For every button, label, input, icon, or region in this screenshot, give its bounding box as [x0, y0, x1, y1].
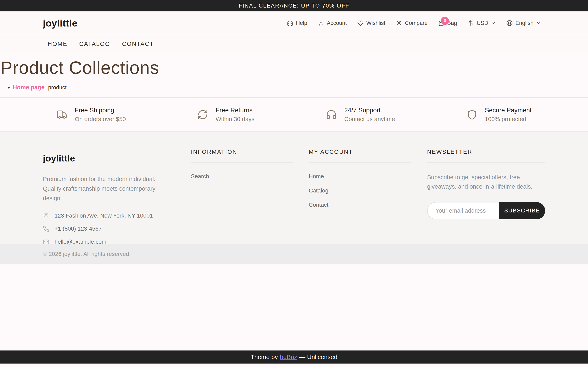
chevron-down-icon	[491, 21, 496, 25]
nav-item-contact[interactable]: CONTACT	[122, 41, 154, 47]
help-label: Help	[296, 20, 307, 26]
footer-newsletter-column: NEWSLETTER Subscribe to get special offe…	[427, 149, 545, 245]
newsletter-form: SUBSCRIBE	[427, 202, 545, 219]
feature-title: Secure Payment	[485, 107, 532, 114]
announcement-text: FINAL CLEARANCE: UP TO 70% OFF	[239, 3, 349, 9]
headphones-icon	[326, 109, 337, 120]
column-divider	[427, 162, 545, 162]
bag-icon: 0	[438, 20, 444, 26]
breadcrumb: Home page product	[0, 84, 588, 91]
feature-subtitle: Within 30 days	[216, 116, 254, 123]
header-utility-menu: Help Account Wishlist Compare 0 Bag USD	[287, 20, 541, 26]
phone-icon	[43, 226, 49, 232]
user-icon	[318, 20, 324, 26]
newsletter-email-input[interactable]	[427, 202, 499, 219]
copyright-text: © 2026 joylittle. All rights reserved.	[43, 251, 131, 257]
column-divider	[191, 162, 293, 162]
footer-brand-column: joylittle Premium fashion for the modern…	[43, 149, 191, 245]
main-nav: HOME CATALOG CONTACT	[0, 35, 588, 53]
mail-icon	[43, 239, 49, 245]
feature-free-shipping: Free Shipping On orders over $50	[56, 107, 126, 123]
feature-title: 24/7 Support	[344, 107, 395, 114]
wishlist-label: Wishlist	[366, 20, 385, 26]
footer-description: Premium fashion for the modern individua…	[43, 174, 169, 203]
feature-secure-payment: Secure Payment 100% protected	[467, 107, 532, 123]
phone-text: +1 (800) 123-4567	[54, 225, 102, 232]
breadcrumb-current: product	[48, 84, 67, 91]
refresh-icon	[197, 109, 208, 120]
map-pin-icon	[43, 213, 49, 219]
feature-support: 24/7 Support Contact us anytime	[326, 107, 395, 123]
language-selector[interactable]: English	[506, 20, 541, 26]
account-label: Account	[327, 20, 347, 26]
help-link[interactable]: Help	[287, 20, 307, 26]
footer-address: 123 Fashion Ave, New York, NY 10001	[43, 212, 191, 219]
bag-link[interactable]: 0 Bag	[438, 20, 457, 26]
feature-subtitle: 100% protected	[485, 116, 532, 123]
bag-count-badge: 0	[441, 17, 449, 25]
currency-label: USD	[476, 20, 488, 26]
list-item: Catalog	[309, 187, 427, 194]
theme-credit-bar: Theme by beBriz — Unlicensed	[0, 350, 588, 364]
footer-phone[interactable]: +1 (800) 123-4567	[43, 225, 191, 232]
breadcrumb-home-link[interactable]: Home page	[13, 84, 44, 91]
footer-contacts: 123 Fashion Ave, New York, NY 10001 +1 (…	[43, 212, 191, 245]
footer-information-column: INFORMATION Search	[191, 149, 309, 245]
chevron-down-icon	[536, 21, 541, 25]
truck-icon	[56, 109, 67, 120]
theme-suffix: — Unlicensed	[299, 354, 337, 360]
shield-icon	[467, 109, 477, 120]
heart-icon	[357, 20, 364, 26]
feature-title: Free Shipping	[75, 107, 126, 114]
footer-logo: joylittle	[43, 153, 191, 164]
footer-link-search[interactable]: Search	[191, 173, 209, 179]
feature-subtitle: Contact us anytime	[344, 116, 395, 123]
site-header: joylittle Help Account Wishlist Compare …	[0, 11, 588, 35]
information-heading: INFORMATION	[191, 149, 309, 155]
announcement-bar: FINAL CLEARANCE: UP TO 70% OFF	[0, 0, 588, 11]
feature-title: Free Returns	[216, 107, 254, 114]
site-footer: joylittle Premium fashion for the modern…	[0, 132, 588, 244]
newsletter-text: Subscribe to get special offers, free gi…	[427, 173, 543, 192]
compare-link[interactable]: Compare	[396, 20, 428, 26]
wishlist-link[interactable]: Wishlist	[357, 20, 385, 26]
features-bar: Free Shipping On orders over $50 Free Re…	[0, 97, 588, 132]
footer-link-home[interactable]: Home	[309, 173, 324, 179]
footer-link-catalog[interactable]: Catalog	[309, 187, 329, 194]
language-label: English	[515, 20, 534, 26]
compare-icon	[396, 20, 402, 26]
bottom-spacer	[0, 264, 588, 350]
feature-free-returns: Free Returns Within 30 days	[197, 107, 254, 123]
newsletter-heading: NEWSLETTER	[427, 149, 545, 155]
account-link[interactable]: Account	[318, 20, 347, 26]
my-account-heading: MY ACCOUNT	[309, 149, 427, 155]
subscribe-button[interactable]: SUBSCRIBE	[499, 202, 545, 219]
nav-item-catalog[interactable]: CATALOG	[79, 41, 110, 47]
column-divider	[309, 162, 411, 162]
list-item: Contact	[309, 202, 427, 208]
theme-author-link[interactable]: beBriz	[280, 354, 297, 360]
copyright-bar: © 2026 joylittle. All rights reserved.	[0, 244, 588, 264]
address-text: 123 Fashion Ave, New York, NY 10001	[54, 212, 153, 219]
headphones-icon	[287, 20, 293, 26]
theme-prefix: Theme by	[251, 354, 278, 360]
logo[interactable]: joylittle	[43, 17, 77, 29]
currency-selector[interactable]: USD	[467, 20, 496, 26]
list-item: Home	[309, 173, 427, 180]
main-content: Product Collections Home page product Fr…	[0, 53, 588, 132]
page-title: Product Collections	[0, 53, 588, 77]
dollar-icon	[467, 20, 474, 26]
feature-subtitle: On orders over $50	[75, 116, 126, 123]
footer-account-column: MY ACCOUNT Home Catalog Contact	[309, 149, 427, 245]
account-links: Home Catalog Contact	[309, 173, 427, 208]
globe-icon	[506, 20, 513, 26]
email-text: hello@example.com	[54, 239, 106, 245]
compare-label: Compare	[405, 20, 428, 26]
nav-item-home[interactable]: HOME	[48, 41, 67, 47]
footer-link-contact[interactable]: Contact	[309, 202, 329, 208]
list-item: Search	[191, 173, 309, 180]
footer-email[interactable]: hello@example.com	[43, 239, 191, 245]
breadcrumb-item: Home page product	[13, 84, 588, 91]
information-links: Search	[191, 173, 309, 180]
